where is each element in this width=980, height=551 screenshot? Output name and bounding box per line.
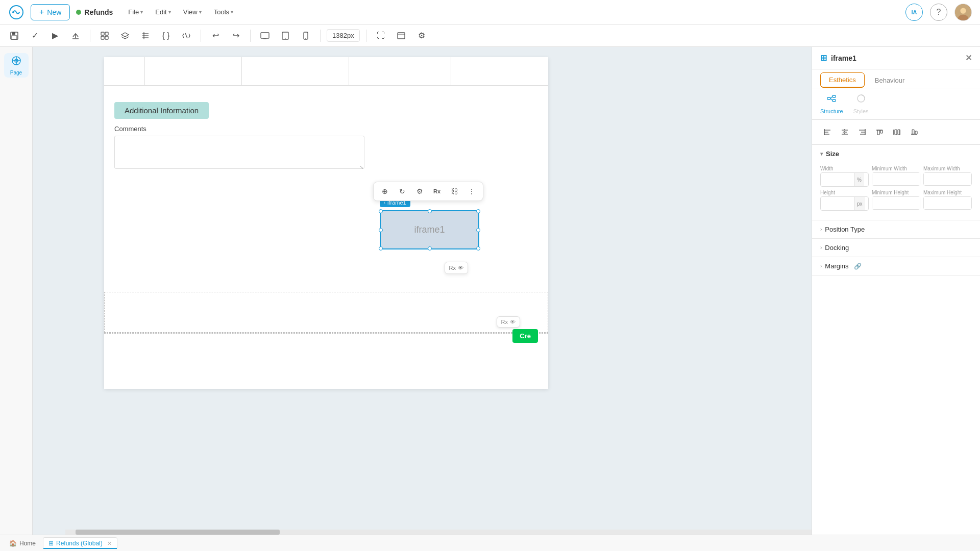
subtab-styles[interactable]: Styles	[853, 93, 869, 114]
float-btn-rx[interactable]: Rx	[430, 184, 444, 198]
tools-menu[interactable]: Tools ▾	[209, 6, 238, 18]
sidebar-item-page[interactable]: Page	[4, 53, 29, 78]
height-input[interactable]: 77	[821, 197, 854, 210]
additional-info-section: Additional Information Comments ⤡	[104, 94, 548, 179]
export-button[interactable]	[67, 28, 84, 44]
canvas-page[interactable]: Additional Information Comments ⤡ ‹ ifra…	[104, 57, 548, 389]
create-button-floating[interactable]: Cre	[512, 329, 538, 343]
file-menu[interactable]: File ▾	[123, 6, 148, 18]
window-button[interactable]	[393, 28, 409, 44]
position-type-row[interactable]: › Position Type	[812, 220, 980, 239]
margins-row[interactable]: › Margins 🔗	[812, 257, 980, 276]
handle-tc[interactable]	[428, 209, 432, 213]
settings-button[interactable]: ⚙	[413, 28, 430, 44]
comments-textarea[interactable]	[114, 136, 364, 169]
play-button[interactable]: ▶	[47, 28, 63, 44]
iframe-element[interactable]: ‹ iframe1 iframe1	[380, 210, 479, 249]
align-left[interactable]	[820, 125, 835, 139]
avatar[interactable]	[954, 4, 972, 21]
tablet-view[interactable]	[277, 28, 293, 44]
panel-close-button[interactable]: ✕	[965, 53, 972, 63]
float-btn-select[interactable]: ⊕	[378, 184, 392, 198]
check-button[interactable]: ✓	[27, 28, 43, 44]
float-btn-settings[interactable]: ⚙	[412, 184, 427, 198]
components-button[interactable]	[96, 28, 113, 44]
rx-bottom-label: Rx	[501, 319, 508, 325]
undo-button[interactable]: ↩	[207, 28, 224, 44]
logo[interactable]	[8, 4, 24, 20]
subtab-structure[interactable]: Structure	[820, 93, 843, 114]
align-center-h[interactable]	[838, 125, 852, 139]
align-bottom[interactable]	[907, 125, 921, 139]
iframe-placeholder-text: iframe1	[414, 224, 445, 235]
edit-menu-chevron: ▾	[168, 9, 171, 15]
svg-line-16	[185, 33, 187, 38]
edit-menu[interactable]: Edit ▾	[150, 6, 176, 18]
home-icon: 🏠	[9, 540, 17, 547]
svg-rect-47	[877, 130, 879, 135]
svg-rect-31	[832, 99, 836, 102]
size-width-grid: Width 19.95 % Minimum Width auto Maxim	[820, 166, 972, 187]
data-button[interactable]	[137, 28, 154, 44]
handle-tl[interactable]	[379, 209, 383, 213]
scrollbar-thumb[interactable]	[76, 530, 280, 535]
min-width-input[interactable]: auto	[872, 173, 920, 185]
horizontal-scrollbar[interactable]	[65, 530, 812, 535]
html-button[interactable]	[178, 28, 194, 44]
new-button[interactable]: + New	[31, 4, 70, 20]
rx-bottom-badge[interactable]: Rx 👁	[497, 316, 520, 328]
handle-ml[interactable]	[379, 228, 383, 232]
alignment-row	[812, 120, 980, 145]
size-section-body: Width 19.95 % Minimum Width auto Maxim	[812, 163, 980, 220]
handle-bl[interactable]	[379, 246, 383, 251]
help-button[interactable]: ?	[930, 4, 947, 21]
redo-button[interactable]: ↪	[228, 28, 244, 44]
structure-label: Structure	[820, 108, 843, 114]
styles-label: Styles	[853, 108, 869, 114]
table-cell-5	[451, 57, 548, 85]
align-top[interactable]	[872, 125, 887, 139]
close-tab-button[interactable]: ✕	[107, 540, 112, 547]
max-width-cell: Maximum Width auto	[923, 166, 972, 187]
svg-rect-7	[12, 36, 17, 39]
tab-behaviour[interactable]: Behaviour	[867, 74, 913, 88]
zoom-control[interactable]: 1382px	[327, 29, 360, 42]
code-button[interactable]: { }	[158, 28, 174, 44]
save-button[interactable]	[6, 28, 22, 44]
ia-button[interactable]: IA	[905, 4, 923, 21]
size-label: Size	[826, 150, 839, 158]
max-width-input[interactable]: auto	[924, 173, 971, 185]
align-right[interactable]	[855, 125, 869, 139]
max-height-input[interactable]: auto	[924, 197, 971, 209]
view-menu[interactable]: View ▾	[178, 6, 207, 18]
float-btn-rotate[interactable]: ↻	[395, 184, 409, 198]
tab-esthetics[interactable]: Esthetics	[820, 72, 865, 88]
bottom-tab-refunds[interactable]: ⊞ Refunds (Global) ✕	[43, 537, 117, 549]
handle-bc[interactable]	[428, 246, 432, 251]
main-layout: Page Additional Information Comments	[0, 47, 980, 535]
position-type-label: Position Type	[825, 226, 865, 233]
handle-tr[interactable]	[476, 209, 480, 213]
float-btn-link[interactable]: ⛓	[447, 184, 461, 198]
docking-row[interactable]: › Docking	[812, 239, 980, 257]
canvas-area: Additional Information Comments ⤡ ‹ ifra…	[33, 47, 812, 535]
width-input[interactable]: 19.95	[821, 173, 854, 186]
float-btn-more[interactable]: ⋮	[464, 184, 479, 198]
align-stretch[interactable]	[890, 125, 904, 139]
handle-mr[interactable]	[476, 228, 480, 232]
max-width-input-wrapper: auto	[923, 172, 972, 186]
mobile-view[interactable]	[298, 28, 314, 44]
bottom-tab-home[interactable]: 🏠 Home	[4, 538, 41, 549]
fullscreen-button[interactable]: ⛶	[373, 28, 389, 44]
handle-br[interactable]	[476, 246, 480, 251]
width-label: Width	[820, 166, 869, 171]
rx-floating-badge[interactable]: Rx 👁	[445, 262, 468, 274]
floating-toolbar: ⊕ ↻ ⚙ Rx ⛓ ⋮	[373, 182, 483, 201]
min-height-input[interactable]: auto	[872, 197, 920, 209]
size-section-header[interactable]: ▾ Size	[812, 145, 980, 163]
svg-rect-17	[261, 33, 269, 38]
file-menu-chevron: ▾	[140, 9, 143, 15]
layers-button[interactable]	[117, 28, 133, 44]
margins-label: Margins	[825, 262, 848, 270]
desktop-view[interactable]	[257, 28, 273, 44]
